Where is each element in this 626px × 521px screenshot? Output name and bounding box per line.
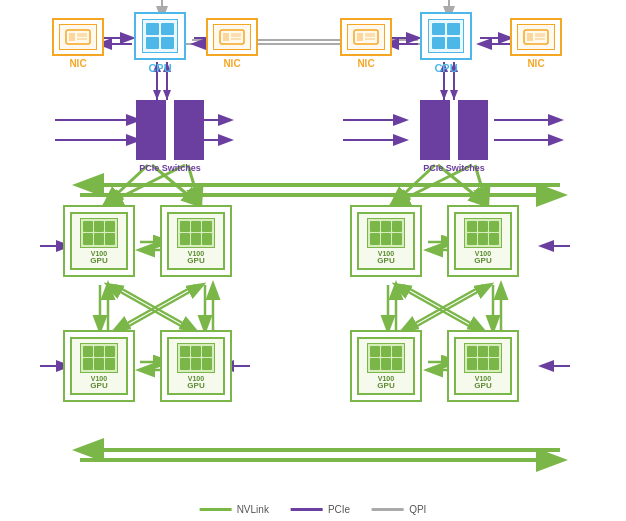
svg-rect-81 <box>223 33 229 41</box>
cpu-right: CPU <box>420 12 472 74</box>
gpu-left-row2-col1: V100 GPU <box>63 330 135 402</box>
cpu-left-box <box>134 12 186 60</box>
pcie-switches-right-label: PCIe Switches <box>423 163 485 173</box>
svg-rect-83 <box>231 38 241 40</box>
svg-line-61 <box>396 285 476 330</box>
nic-left-1: NIC <box>52 18 104 69</box>
legend-nvlink-line <box>200 508 232 511</box>
legend-pcie: PCIe <box>291 504 350 515</box>
svg-rect-82 <box>231 33 241 37</box>
svg-line-54 <box>115 285 195 330</box>
svg-line-63 <box>410 285 490 330</box>
svg-rect-87 <box>365 38 375 40</box>
nic-right-2-label: NIC <box>527 58 544 69</box>
legend-qpi-line <box>372 508 404 511</box>
pcie-switches-right: PCIe Switches <box>420 100 488 173</box>
svg-line-55 <box>122 285 202 330</box>
svg-rect-86 <box>365 33 375 37</box>
legend-qpi-label: QPI <box>409 504 426 515</box>
nic-left-1-box <box>52 18 104 56</box>
svg-rect-90 <box>535 33 545 37</box>
pcie-switches-left-label: PCIe Switches <box>139 163 201 173</box>
gpu-left-row1-col2: V100 GPU <box>160 205 232 277</box>
nic-right-1-label: NIC <box>357 58 374 69</box>
legend-qpi: QPI <box>372 504 426 515</box>
gpu-gpu-text: GPU <box>90 257 107 265</box>
gpu-left-row2-col2: V100 GPU <box>160 330 232 402</box>
nic-right-1: NIC <box>340 18 392 69</box>
svg-line-62 <box>403 285 483 330</box>
svg-rect-89 <box>527 33 533 41</box>
gpu-right-row1-col2: V100 GPU <box>447 205 519 277</box>
legend-pcie-line <box>291 508 323 511</box>
legend-pcie-label: PCIe <box>328 504 350 515</box>
svg-line-52 <box>115 285 195 330</box>
nic-right-2-box <box>510 18 562 56</box>
cpu-right-box <box>420 12 472 60</box>
svg-rect-91 <box>535 38 545 40</box>
architecture-diagram: NIC CPU NIC <box>0 0 626 521</box>
gpu-right-row1-col1: V100 GPU <box>350 205 422 277</box>
pcie-switch-left-2 <box>174 100 204 160</box>
nic-right-1-box <box>340 18 392 56</box>
svg-marker-17 <box>153 90 161 100</box>
legend-nvlink: NVLink <box>200 504 269 515</box>
svg-rect-78 <box>77 33 87 37</box>
svg-rect-79 <box>77 38 87 40</box>
pcie-switch-right-2 <box>458 100 488 160</box>
pcie-switches-left: PCIe Switches <box>136 100 204 173</box>
svg-marker-19 <box>163 90 171 100</box>
nic-left-2: NIC <box>206 18 258 69</box>
cpu-left: CPU <box>134 12 186 74</box>
nic-left-2-label: NIC <box>223 58 240 69</box>
nic-left-2-box <box>206 18 258 56</box>
svg-rect-85 <box>357 33 363 41</box>
svg-rect-77 <box>69 33 75 41</box>
gpu-left-row1-col1: V100 GPU <box>63 205 135 277</box>
gpu-right-row2-col1: V100 GPU <box>350 330 422 402</box>
nic-right-2: NIC <box>510 18 562 69</box>
legend-nvlink-label: NVLink <box>237 504 269 515</box>
svg-line-53 <box>108 285 188 330</box>
svg-line-60 <box>403 285 483 330</box>
pcie-switch-right-1 <box>420 100 450 160</box>
legend: NVLink PCIe QPI <box>200 504 427 515</box>
cpu-left-label: CPU <box>148 62 171 74</box>
svg-marker-25 <box>450 90 458 100</box>
pcie-switch-left-1 <box>136 100 166 160</box>
gpu-right-row2-col2: V100 GPU <box>447 330 519 402</box>
cpu-right-label: CPU <box>434 62 457 74</box>
nic-left-1-label: NIC <box>69 58 86 69</box>
svg-marker-23 <box>440 90 448 100</box>
